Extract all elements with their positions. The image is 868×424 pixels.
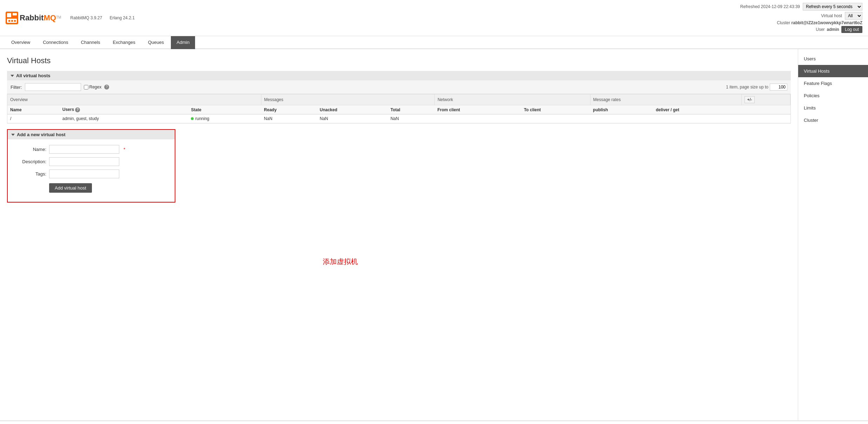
- cell-deliver-get: [653, 114, 742, 123]
- col-group-overview: Overview: [7, 94, 261, 105]
- main-nav: Overview Connections Channels Exchanges …: [0, 36, 868, 49]
- all-vhosts-label: All virtual hosts: [16, 73, 51, 78]
- cell-unacked: NaN: [317, 114, 388, 123]
- items-info: 1 item, page size up to: [726, 85, 768, 90]
- erlang-version: Erlang 24.2.1: [109, 15, 134, 20]
- svg-rect-2: [13, 13, 17, 15]
- add-vhost-section: Add a new virtual host Name: * Descripti…: [7, 129, 175, 203]
- col-header-deliver: deliver / get: [653, 105, 742, 114]
- col-header-total: Total: [388, 105, 435, 114]
- add-vhost-wrapper: Add a new virtual host Name: * Descripti…: [7, 124, 791, 203]
- name-input[interactable]: [49, 145, 119, 154]
- add-virtual-host-button[interactable]: Add virtual host: [49, 183, 92, 193]
- col-plusminus: +/-: [742, 94, 790, 105]
- users-help-icon[interactable]: ?: [75, 107, 80, 112]
- regex-checkbox[interactable]: [84, 85, 88, 90]
- page-size-input[interactable]: [770, 84, 787, 91]
- sidebar-item-virtual-hosts[interactable]: Virtual Hosts: [798, 65, 868, 77]
- logout-button[interactable]: Log out: [841, 26, 862, 33]
- all-virtual-hosts-section: All virtual hosts Filter: Regex ? 1 item…: [7, 71, 791, 124]
- vhost-table: Overview Messages Network Message rates …: [7, 94, 790, 123]
- col-header-to-client: To client: [521, 105, 590, 114]
- top-right: Refreshed 2024-12-09 22:43:39 Refresh ev…: [740, 3, 862, 33]
- filter-left: Filter: Regex ?: [11, 83, 109, 91]
- sidebar-item-users[interactable]: Users: [798, 53, 868, 65]
- col-header-state: State: [188, 105, 261, 114]
- refresh-row: Refreshed 2024-12-09 22:43:39 Refresh ev…: [740, 3, 862, 11]
- cell-name: /: [7, 114, 60, 123]
- form-row-tags: Tags:: [15, 170, 168, 178]
- nav-admin[interactable]: Admin: [171, 36, 195, 49]
- nav-queues[interactable]: Queues: [142, 36, 170, 49]
- rabbitmq-logo-icon: [6, 12, 18, 24]
- cell-actions: [742, 114, 790, 123]
- filter-right: 1 item, page size up to: [726, 84, 787, 91]
- plus-minus-button[interactable]: +/-: [745, 96, 754, 103]
- user-value: admin: [827, 27, 839, 32]
- form-row-description: Description:: [15, 157, 168, 166]
- add-vhost-body: Name: * Description: Tags: Add vir: [8, 139, 175, 202]
- rabbitmq-version: RabbitMQ 3.9.27: [70, 15, 102, 20]
- col-header-users: Users ?: [60, 105, 188, 114]
- sidebar-item-feature-flags[interactable]: Feature Flags: [798, 77, 868, 90]
- top-bar: RabbitMQTM RabbitMQ 3.9.27 Erlang 24.2.1…: [0, 0, 868, 36]
- main-content: Virtual Hosts All virtual hosts Filter: …: [0, 49, 798, 420]
- filter-label: Filter:: [11, 85, 22, 90]
- annotation-text: 添加虚拟机: [323, 257, 358, 266]
- sidebar-item-cluster[interactable]: Cluster: [798, 114, 868, 126]
- nav-channels[interactable]: Channels: [75, 36, 106, 49]
- form-row-name: Name: *: [15, 145, 168, 154]
- cell-total: NaN: [388, 114, 435, 123]
- nav-exchanges[interactable]: Exchanges: [107, 36, 141, 49]
- col-header-from-client: From client: [435, 105, 521, 114]
- cell-publish: [590, 114, 653, 123]
- svg-rect-4: [8, 20, 10, 22]
- cell-ready: NaN: [261, 114, 317, 123]
- refreshed-label: Refreshed 2024-12-09 22:43:39: [740, 4, 800, 9]
- col-group-messages: Messages: [261, 94, 434, 105]
- add-vhost-collapse-icon: [11, 134, 15, 136]
- refresh-select[interactable]: Refresh every 5 seconds Refresh every 10…: [803, 3, 862, 11]
- sidebar-item-policies[interactable]: Policies: [798, 90, 868, 102]
- name-label: Name:: [15, 147, 46, 152]
- version-info: RabbitMQ 3.9.27 Erlang 24.2.1: [70, 15, 137, 20]
- cell-users: admin, guest, study: [60, 114, 188, 123]
- add-vhost-label: Add a new virtual host: [17, 132, 66, 137]
- vhost-row: Virtual host All: [740, 12, 862, 20]
- table-header-row-1: Overview Messages Network Message rates …: [7, 94, 790, 105]
- page-title: Virtual Hosts: [7, 56, 791, 65]
- virtual-host-select[interactable]: All: [845, 12, 862, 20]
- description-input[interactable]: [49, 157, 119, 166]
- table-row[interactable]: / admin, guest, study running NaN NaN Na…: [7, 114, 790, 123]
- table-header-row-2: Name Users ? State Ready Unacked Total F…: [7, 105, 790, 114]
- logo-area: RabbitMQTM RabbitMQ 3.9.27 Erlang 24.2.1: [6, 12, 740, 24]
- regex-label: Regex: [84, 85, 102, 90]
- vhost-table-wrapper: Overview Messages Network Message rates …: [7, 94, 791, 124]
- sidebar-item-limits[interactable]: Limits: [798, 102, 868, 114]
- regex-help-icon[interactable]: ?: [104, 85, 109, 90]
- virtual-host-label: Virtual host: [821, 13, 842, 18]
- tags-input[interactable]: [49, 170, 119, 178]
- add-vhost-header[interactable]: Add a new virtual host: [8, 130, 175, 139]
- required-star: *: [123, 147, 125, 152]
- logo: RabbitMQTM: [6, 12, 61, 24]
- col-header-unacked: Unacked: [317, 105, 388, 114]
- col-group-network: Network: [435, 94, 590, 105]
- nav-connections[interactable]: Connections: [37, 36, 74, 49]
- user-label: User: [816, 27, 824, 32]
- svg-rect-5: [11, 20, 13, 22]
- col-header-ready: Ready: [261, 105, 317, 114]
- cell-from-client: [435, 114, 521, 123]
- footer: HTTP API Server Docs Tutorials Community…: [0, 420, 868, 424]
- col-header-publish: publish: [590, 105, 653, 114]
- nav-overview[interactable]: Overview: [6, 36, 36, 49]
- svg-rect-1: [7, 13, 11, 17]
- collapse-icon: [11, 75, 14, 77]
- filter-input[interactable]: [25, 83, 81, 91]
- cell-to-client: [521, 114, 590, 123]
- sidebar: Users Virtual Hosts Feature Flags Polici…: [798, 49, 868, 420]
- cluster-label: Cluster: [777, 20, 790, 25]
- description-label: Description:: [15, 159, 46, 164]
- col-header-name: Name: [7, 105, 60, 114]
- all-vhosts-header[interactable]: All virtual hosts: [7, 71, 791, 80]
